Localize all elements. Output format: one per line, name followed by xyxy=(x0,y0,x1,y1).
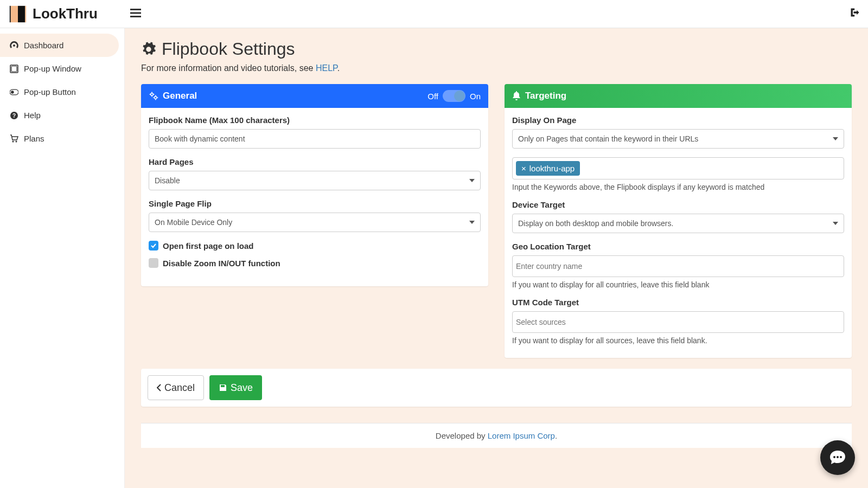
sidebar-item-popup-window[interactable]: Pop-up Window xyxy=(0,57,124,80)
cancel-button[interactable]: Cancel xyxy=(148,375,204,400)
sidebar-item-dashboard[interactable]: Dashboard xyxy=(0,34,119,57)
svg-rect-1 xyxy=(11,66,17,72)
remove-tag-icon[interactable]: × xyxy=(521,164,526,173)
sidebar-item-label: Plans xyxy=(24,134,44,143)
utm-target-input[interactable] xyxy=(512,311,844,333)
disable-zoom-checkbox[interactable] xyxy=(149,258,158,268)
svg-text:?: ? xyxy=(12,113,16,119)
geo-target-input[interactable] xyxy=(512,255,844,277)
sidebar-item-label: Help xyxy=(24,111,41,120)
svg-point-7 xyxy=(16,140,17,142)
sidebar: Dashboard Pop-up Window Pop-up Button ? … xyxy=(0,28,125,488)
save-button[interactable]: Save xyxy=(209,375,262,400)
single-flip-select[interactable]: On Mobile Device Only xyxy=(149,213,481,232)
chat-icon xyxy=(828,448,847,467)
utm-text-input[interactable] xyxy=(516,315,840,329)
geo-help: If you want to display for all countries… xyxy=(512,280,844,289)
general-panel-header: General Off On xyxy=(141,84,488,108)
targeting-panel-header: Targeting xyxy=(505,84,852,108)
bell-icon xyxy=(512,91,521,101)
hard-pages-select[interactable]: Disable xyxy=(149,171,481,190)
dashboard-icon xyxy=(10,41,18,50)
brand-logo[interactable]: LookThru xyxy=(8,4,98,24)
enable-toggle[interactable] xyxy=(443,90,465,102)
page-subtitle: For more information and video tutorials… xyxy=(141,63,852,73)
svg-point-11 xyxy=(837,456,839,458)
hard-pages-label: Hard Pages xyxy=(149,157,481,166)
utm-target-label: UTM Code Target xyxy=(512,298,844,307)
svg-point-3 xyxy=(11,91,14,94)
flipbook-name-label: Flipbook Name (Max 100 characters) xyxy=(149,115,481,125)
device-target-label: Device Target xyxy=(512,200,844,209)
toggle-icon xyxy=(10,88,18,97)
svg-point-8 xyxy=(151,93,154,96)
device-target-select[interactable]: Display on both desktop and mobile brows… xyxy=(512,214,844,233)
geo-text-input[interactable] xyxy=(516,259,840,273)
keywords-help: Input the Keywords above, the Flipbook d… xyxy=(512,183,844,191)
save-icon xyxy=(219,383,227,392)
gear-icon xyxy=(141,42,156,57)
check-icon xyxy=(150,242,157,249)
hamburger-icon[interactable] xyxy=(130,8,141,20)
single-flip-label: Single Page Flip xyxy=(149,199,481,208)
display-on-page-label: Display On Page xyxy=(512,115,844,125)
general-panel: General Off On Flipbook Name (Max 100 ch… xyxy=(141,84,488,286)
open-first-checkbox[interactable] xyxy=(149,241,158,251)
page-title: Flipbook Settings xyxy=(141,39,852,59)
svg-point-6 xyxy=(12,140,14,142)
cart-icon xyxy=(10,134,18,143)
utm-help: If you want to display for all sources, … xyxy=(512,336,844,345)
general-toggle: Off On xyxy=(427,90,481,102)
help-icon: ? xyxy=(10,111,18,120)
sidebar-item-plans[interactable]: Plans xyxy=(0,127,124,150)
disable-zoom-label: Disable Zoom IN/OUT function xyxy=(163,259,280,268)
cogs-icon xyxy=(149,91,158,101)
developer-link[interactable]: Lorem Ipsum Corp xyxy=(488,431,555,440)
sidebar-item-label: Pop-up Window xyxy=(24,64,81,73)
keyword-tag: × lookthru-app xyxy=(516,161,580,176)
chevron-left-icon xyxy=(157,384,161,391)
book-icon xyxy=(8,4,28,24)
logout-icon[interactable] xyxy=(850,7,860,21)
sidebar-item-popup-button[interactable]: Pop-up Button xyxy=(0,80,124,104)
topbar: LookThru xyxy=(0,0,868,28)
chat-bubble[interactable] xyxy=(820,440,855,475)
sidebar-item-help[interactable]: ? Help xyxy=(0,104,124,127)
open-first-label: Open first page on load xyxy=(163,241,254,251)
keywords-text-input[interactable] xyxy=(583,162,840,176)
sidebar-item-label: Dashboard xyxy=(24,41,63,50)
main-content: Flipbook Settings For more information a… xyxy=(125,28,868,488)
actions-bar: Cancel Save xyxy=(141,369,852,407)
display-on-page-select[interactable]: Only on Pages that contain the keyword i… xyxy=(512,129,844,149)
svg-point-9 xyxy=(155,97,157,99)
sidebar-item-label: Pop-up Button xyxy=(24,87,76,97)
svg-point-10 xyxy=(833,456,835,458)
keywords-input[interactable]: × lookthru-app xyxy=(512,157,844,179)
svg-point-12 xyxy=(840,456,842,458)
brand-name: LookThru xyxy=(33,5,98,22)
geo-target-label: Geo Location Target xyxy=(512,242,844,251)
footer: Developed by Lorem Ipsum Corp. xyxy=(141,423,852,448)
help-link[interactable]: HELP xyxy=(316,63,337,73)
flipbook-name-input[interactable] xyxy=(149,129,481,149)
window-icon xyxy=(10,65,18,73)
targeting-panel: Targeting Display On Page Only on Pages … xyxy=(505,84,852,358)
